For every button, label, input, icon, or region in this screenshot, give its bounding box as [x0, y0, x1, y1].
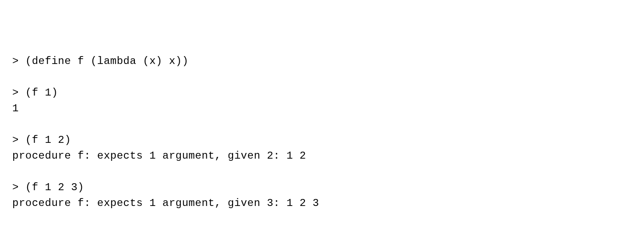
repl-output: 1 [12, 101, 632, 117]
repl-session: > (define f (lambda (x) x))> (f 1)1> (f … [12, 53, 632, 227]
blank-line [12, 69, 632, 85]
repl-input-line: > (f 1) [12, 85, 632, 101]
blank-line [12, 211, 632, 227]
repl-output: procedure f: expects 1 argument, given 3… [12, 195, 632, 211]
repl-prompt: > [12, 181, 19, 193]
repl-input-line: > (f 1 2) [12, 132, 632, 148]
repl-output: procedure f: expects 1 argument, given 2… [12, 148, 632, 164]
repl-input-line: > (f 1 2 3) [12, 180, 632, 195]
blank-line [12, 117, 632, 132]
repl-input: (f 1) [25, 87, 58, 99]
repl-input-line: > (define f (lambda (x) x)) [12, 53, 632, 69]
repl-input: (define f (lambda (x) x)) [25, 55, 189, 67]
repl-prompt: > [12, 134, 19, 146]
repl-input: (f 1 2 3) [25, 181, 84, 193]
blank-line [12, 164, 632, 180]
repl-input: (f 1 2) [25, 134, 71, 146]
repl-prompt: > [12, 55, 19, 67]
repl-prompt: > [12, 87, 19, 99]
